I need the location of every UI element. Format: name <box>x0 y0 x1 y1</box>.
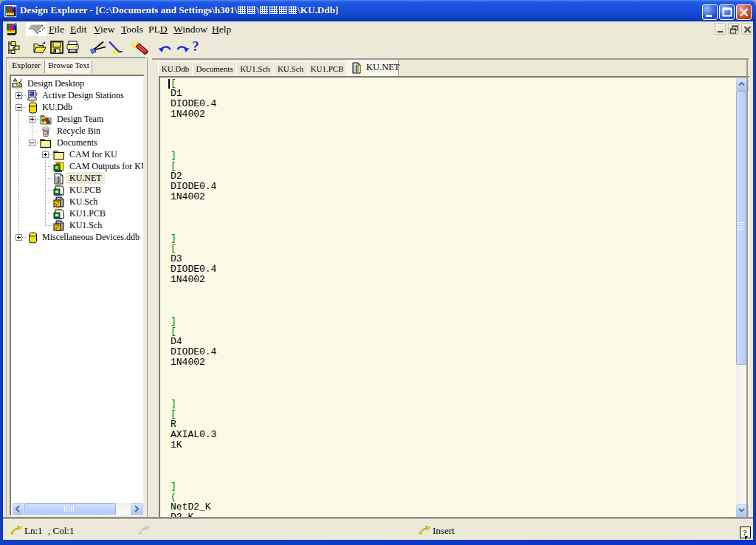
svg-text:?: ? <box>743 528 747 537</box>
